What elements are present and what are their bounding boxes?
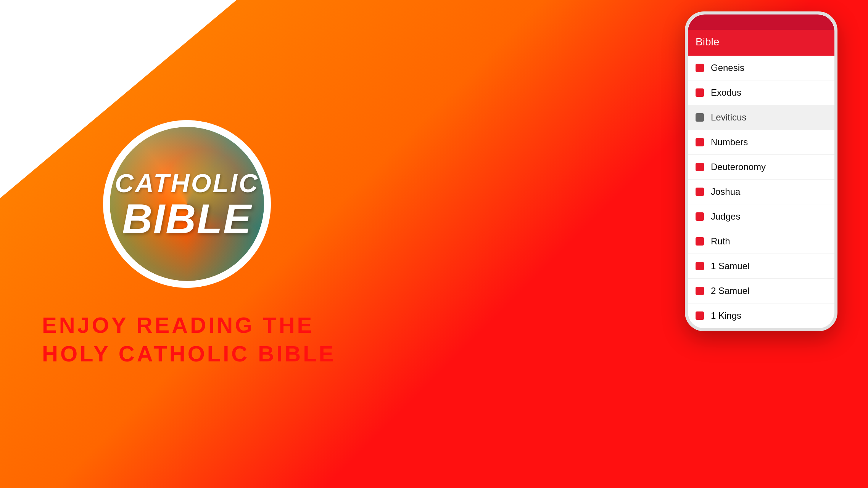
bible-list-item[interactable]: Deuteronomy xyxy=(688,155,834,180)
book-name: Ruth xyxy=(711,236,730,247)
phone-mockup: Bible GenesisExodusLeviticusNumbersDeute… xyxy=(685,11,837,331)
book-name: Joshua xyxy=(711,186,740,197)
book-name: 1 Kings xyxy=(711,310,741,321)
phone-screen: Bible GenesisExodusLeviticusNumbersDeute… xyxy=(688,14,834,328)
logo-bible: BIBLE xyxy=(115,198,259,240)
bible-list-item[interactable]: 2 Samuel xyxy=(688,279,834,303)
logo-text: CATHOLIC BIBLE xyxy=(115,168,259,240)
book-icon xyxy=(696,113,704,122)
bible-list-item[interactable]: Exodus xyxy=(688,80,834,105)
bible-list-item[interactable]: Genesis xyxy=(688,56,834,80)
phone-status-bar xyxy=(688,14,834,30)
book-icon xyxy=(696,188,704,196)
book-name: 2 Samuel xyxy=(711,286,749,296)
bible-list-item[interactable]: 1 Samuel xyxy=(688,254,834,279)
logo-catholic: CATHOLIC xyxy=(115,168,259,198)
tagline: ENJOY READING THE HOLY CATHOLIC BIBLE xyxy=(42,311,336,368)
left-content-area: CATHOLIC BIBLE ENJOY READING THE HOLY CA… xyxy=(0,0,343,488)
app-logo-circle: CATHOLIC BIBLE xyxy=(103,120,271,288)
bible-list-item[interactable]: Judges xyxy=(688,204,834,229)
book-icon xyxy=(696,163,704,171)
app-header-title: Bible xyxy=(696,36,719,48)
book-icon xyxy=(696,287,704,295)
book-icon xyxy=(696,138,704,146)
bible-books-list: GenesisExodusLeviticusNumbersDeuteronomy… xyxy=(688,56,834,328)
book-name: Deuteronomy xyxy=(711,162,766,172)
book-icon xyxy=(696,262,704,270)
book-name: Leviticus xyxy=(711,112,746,123)
book-icon xyxy=(696,88,704,97)
book-name: Exodus xyxy=(711,87,741,98)
book-name: Numbers xyxy=(711,137,748,148)
phone-mockup-container: Bible GenesisExodusLeviticusNumbersDeute… xyxy=(685,11,837,331)
book-icon xyxy=(696,311,704,320)
book-name: 1 Samuel xyxy=(711,261,749,271)
book-name: Genesis xyxy=(711,63,744,73)
bible-list-item[interactable]: Numbers xyxy=(688,130,834,155)
book-icon xyxy=(696,64,704,72)
bible-list-item[interactable]: 1 Kings xyxy=(688,303,834,328)
bible-list-item[interactable]: Ruth xyxy=(688,229,834,254)
book-name: Judges xyxy=(711,211,740,222)
tagline-line1: ENJOY READING THE xyxy=(42,311,336,339)
bible-list-item[interactable]: Joshua xyxy=(688,180,834,204)
book-icon xyxy=(696,212,704,221)
book-icon xyxy=(696,237,704,246)
tagline-line2: HOLY CATHOLIC BIBLE xyxy=(42,339,336,368)
bible-list-item[interactable]: Leviticus xyxy=(688,105,834,130)
app-header: Bible xyxy=(688,30,834,56)
